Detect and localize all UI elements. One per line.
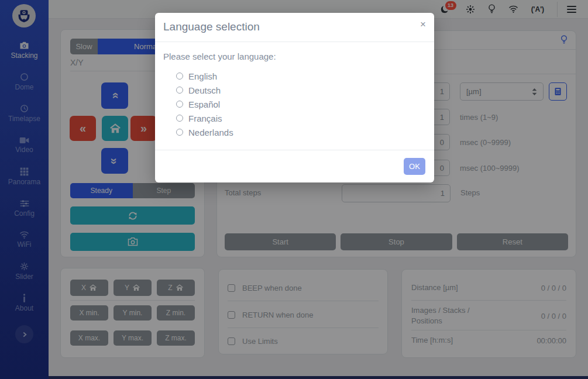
language-list: English Deutsch Español Français Nederla… (176, 69, 233, 139)
close-icon[interactable]: × (420, 19, 426, 29)
radio-francais[interactable] (176, 115, 183, 122)
app-window: Stacking Dome Timelapse V (0, 0, 588, 379)
language-option-deutsch[interactable]: Deutsch (176, 83, 233, 97)
modal-header: Language selection × (155, 13, 434, 42)
language-label: Deutsch (188, 85, 221, 95)
language-label: Français (188, 113, 222, 123)
radio-nederlands[interactable] (176, 129, 183, 136)
radio-english[interactable] (176, 73, 183, 80)
language-option-espanol[interactable]: Español (176, 97, 233, 111)
language-option-english[interactable]: English (176, 69, 233, 83)
language-label: Español (188, 99, 220, 109)
modal-title: Language selection (163, 20, 260, 33)
language-label: Nederlands (188, 128, 233, 137)
language-label: English (188, 71, 217, 81)
ok-button[interactable]: OK (404, 158, 425, 175)
language-option-francais[interactable]: Français (176, 111, 233, 125)
modal-footer: OK (155, 150, 434, 182)
radio-deutsch[interactable] (176, 87, 183, 94)
radio-espanol[interactable] (176, 101, 183, 108)
language-option-nederlands[interactable]: Nederlands (176, 125, 233, 139)
modal-prompt: Please select your language: (163, 51, 276, 61)
language-selection-modal: Language selection × Please select your … (155, 13, 434, 182)
